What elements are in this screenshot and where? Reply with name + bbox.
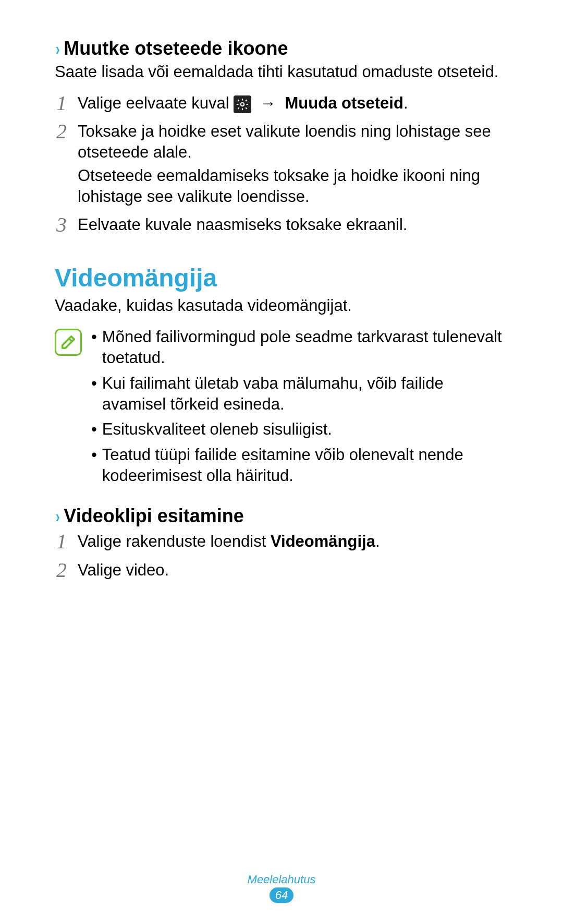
footer-section-label: Meelelahutus (0, 873, 563, 886)
chevron-right-icon: › (56, 40, 60, 57)
step-item: 2 Toksake ja hoidke eset valikute loendi… (55, 121, 508, 207)
step-text: Otseteede eemaldamiseks toksake ja hoidk… (78, 165, 508, 208)
step-text: Toksake ja hoidke eset valikute loendis … (78, 121, 508, 163)
note-list: • Mõned failivormingud pole seadme tarkv… (91, 327, 508, 490)
bullet-icon: • (91, 445, 97, 487)
step-item: 2 Valige video. (55, 560, 508, 581)
step-item: 1 Valige eelvaate kuval → Muuda otseteid… (55, 93, 508, 114)
step-body: Eelvaate kuvale naasmiseks toksake ekraa… (78, 214, 508, 235)
step-number: 2 (55, 560, 68, 581)
intro-text-2: Vaadake, kuidas kasutada videomängijat. (55, 295, 508, 316)
note-text: Teatud tüüpi failide esitamine võib olen… (102, 445, 508, 487)
step-text: Valige video. (78, 560, 508, 581)
step-text: Eelvaate kuvale naasmiseks toksake ekraa… (78, 214, 508, 235)
note-item: • Teatud tüüpi failide esitamine võib ol… (91, 445, 508, 487)
note-item: • Kui failimaht ületab vaba mälumahu, võ… (91, 373, 508, 415)
subheading-shortcuts: › Muutke otseteede ikoone (55, 38, 508, 59)
note-item: • Mõned failivormingud pole seadme tarkv… (91, 327, 508, 369)
settings-gear-icon (234, 95, 251, 113)
step-number: 1 (55, 531, 68, 552)
step-item: 1 Valige rakenduste loendist Videomängij… (55, 531, 508, 552)
steps-list-1: 1 Valige eelvaate kuval → Muuda otseteid… (55, 93, 508, 236)
arrow-right-icon: → (260, 94, 276, 112)
step-text-pre: Valige eelvaate kuval (78, 94, 234, 112)
steps-list-2: 1 Valige rakenduste loendist Videomängij… (55, 531, 508, 581)
step-body: Valige video. (78, 560, 508, 581)
step-body: Toksake ja hoidke eset valikute loendis … (78, 121, 508, 207)
note-text: Esituskvaliteet oleneb sisuliigist. (102, 419, 332, 440)
step-item: 3 Eelvaate kuvale naasmiseks toksake ekr… (55, 214, 508, 235)
step-text-post: . (403, 94, 408, 112)
page-number-badge: 64 (270, 887, 293, 903)
note-icon (55, 329, 82, 356)
note-item: • Esituskvaliteet oleneb sisuliigist. (91, 419, 508, 440)
svg-point-0 (241, 102, 244, 106)
chevron-right-icon: › (56, 507, 60, 525)
note-block: • Mõned failivormingud pole seadme tarkv… (55, 327, 508, 490)
subheading-text: Videoklipi esitamine (64, 505, 243, 527)
step-number: 1 (55, 93, 68, 114)
subheading-playback: › Videoklipi esitamine (55, 505, 508, 527)
bullet-icon: • (91, 419, 97, 440)
step-text-bold: Videomängija (271, 532, 375, 550)
bullet-icon: • (91, 327, 97, 369)
step-text-post: . (375, 532, 380, 550)
note-text: Kui failimaht ületab vaba mälumahu, võib… (102, 373, 508, 415)
step-body: Valige rakenduste loendist Videomängija. (78, 531, 508, 552)
page-footer: Meelelahutus 64 (0, 873, 563, 903)
section-title-video: Videomängija (55, 263, 508, 292)
step-text-bold: Muuda otseteid (285, 94, 403, 112)
note-text: Mõned failivormingud pole seadme tarkvar… (102, 327, 508, 369)
step-text-pre: Valige rakenduste loendist (78, 532, 271, 550)
bullet-icon: • (91, 373, 97, 415)
step-body: Valige eelvaate kuval → Muuda otseteid. (78, 93, 508, 114)
step-number: 3 (55, 214, 68, 235)
subheading-text: Muutke otseteede ikoone (64, 38, 288, 59)
step-number: 2 (55, 121, 68, 207)
intro-text-1: Saate lisada või eemaldada tihti kasutat… (55, 62, 508, 82)
